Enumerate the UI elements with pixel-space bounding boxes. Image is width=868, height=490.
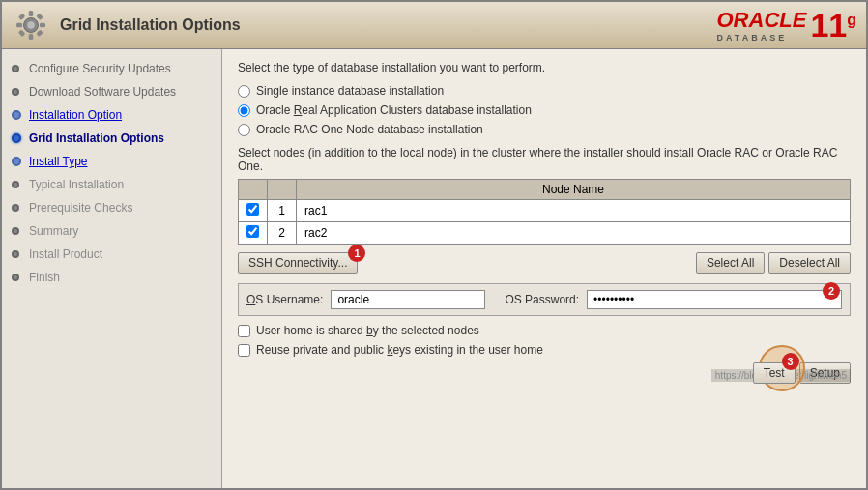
svg-rect-5 — [40, 23, 45, 28]
table-row: 2 rac2 — [239, 222, 851, 245]
sidebar-item-configure-security[interactable]: Configure Security Updates — [2, 57, 221, 80]
svg-rect-8 — [18, 30, 25, 37]
badge-1: 1 — [348, 245, 365, 262]
sidebar-item-summary[interactable]: Summary — [2, 219, 221, 243]
reuse-keys-label[interactable]: Reuse private and public keys existing i… — [256, 343, 543, 357]
node1-checkbox[interactable] — [246, 203, 259, 216]
sidebar: Configure Security Updates Download Soft… — [2, 49, 222, 488]
sidebar-bullet-install-option — [12, 110, 21, 120]
content-description: Select the type of database installation… — [238, 61, 851, 74]
sidebar-bullet-prereq — [12, 204, 19, 212]
sidebar-item-install-product[interactable]: Install Product — [2, 243, 221, 266]
node-table: Node Name 1 rac1 2 rac2 — [238, 179, 851, 245]
radio-rac-one: Oracle RAC One Node database installatio… — [238, 123, 851, 136]
table-header-check — [239, 180, 268, 200]
buttons-row: SSH Connectivity... 1 Select All Deselec… — [238, 252, 851, 274]
gear-icon — [12, 8, 50, 43]
radio-rac-one-label[interactable]: Oracle RAC One Node database installatio… — [256, 123, 483, 136]
table-header-nodename: Node Name — [297, 180, 851, 200]
deselect-all-button[interactable]: Deselect All — [768, 252, 851, 274]
shared-home-label[interactable]: User home is shared by the selected node… — [256, 324, 479, 337]
table-cell-num-1: 1 — [268, 200, 297, 222]
radio-rac-one-input[interactable] — [238, 124, 250, 136]
sidebar-bullet-summary — [12, 227, 19, 235]
table-cell-check-1[interactable] — [239, 200, 268, 222]
table-cell-num-2: 2 — [268, 222, 297, 245]
sidebar-bullet-grid — [12, 133, 21, 143]
content-area: Select the type of database installation… — [222, 49, 866, 488]
radio-rac: Oracle Real Application Clusters databas… — [238, 103, 851, 117]
sidebar-item-prerequisite-checks[interactable]: Prerequisite Checks — [2, 196, 221, 219]
reuse-keys-checkbox[interactable] — [238, 344, 250, 357]
sidebar-bullet-download — [12, 88, 19, 96]
oracle-logo-name: ORACLE — [717, 8, 807, 33]
radio-single-instance: Single instance database installation — [238, 84, 851, 98]
table-cell-check-2[interactable] — [239, 222, 268, 245]
credentials-row: OS Username: OS Password: 2 — [238, 283, 851, 316]
os-password-input[interactable] — [587, 290, 842, 309]
os-username-label: OS Username: — [246, 293, 323, 306]
oracle-text: ORACLE — [717, 8, 807, 33]
os-password-label: OS Password: — [505, 293, 579, 306]
sidebar-item-download-software[interactable]: Download Software Updates — [2, 80, 221, 103]
main-content: Configure Security Updates Download Soft… — [2, 49, 866, 488]
main-window: Grid Installation Options ORACLE DATABAS… — [0, 0, 868, 490]
sidebar-bullet-typical — [12, 181, 19, 188]
oracle-logo: ORACLE DATABASE 11g — [717, 8, 857, 43]
table-cell-name-1: rac1 — [297, 200, 851, 222]
badge-3: 3 — [782, 353, 799, 370]
bottom-section: 3 Test Setup https://blog.csdn.net/light… — [238, 362, 851, 384]
badge-2: 2 — [823, 282, 840, 300]
svg-rect-6 — [18, 14, 25, 20]
svg-rect-2 — [29, 11, 34, 16]
table-cell-name-2: rac2 — [297, 222, 851, 245]
svg-rect-7 — [36, 14, 43, 20]
table-header-num — [268, 180, 297, 200]
sidebar-item-grid-installation[interactable]: Grid Installation Options — [2, 127, 221, 150]
sidebar-bullet-install-type — [12, 157, 21, 166]
sidebar-item-install-type[interactable]: Install Type — [2, 150, 221, 173]
password-wrap: 2 — [587, 290, 842, 309]
shared-home-checkbox[interactable] — [238, 325, 250, 337]
title-bar-left: Grid Installation Options — [12, 8, 241, 43]
ssh-button-wrap: SSH Connectivity... 1 — [238, 252, 358, 274]
checkbox-row-shared-home: User home is shared by the selected node… — [238, 324, 851, 337]
radio-single-label[interactable]: Single instance database installation — [256, 84, 444, 98]
radio-rac-label[interactable]: Oracle Real Application Clusters databas… — [256, 103, 532, 117]
page-title: Grid Installation Options — [60, 16, 241, 34]
select-deselect-group: Select All Deselect All — [696, 252, 851, 274]
nodes-description: Select nodes (in addition to the local n… — [238, 146, 851, 173]
checkbox-row-reuse-keys: Reuse private and public keys existing i… — [238, 343, 851, 357]
table-row: 1 rac1 — [239, 200, 851, 222]
sidebar-item-finish[interactable]: Finish — [2, 266, 221, 289]
svg-rect-4 — [16, 23, 22, 28]
test-button-wrap: 3 Test — [753, 362, 796, 384]
sidebar-bullet-install-product — [12, 250, 19, 258]
oracle-version-badge: 11g — [810, 9, 856, 42]
radio-single-input[interactable] — [238, 85, 250, 98]
sidebar-bullet-configure — [12, 65, 19, 72]
select-all-button[interactable]: Select All — [696, 252, 765, 274]
svg-rect-3 — [29, 34, 34, 40]
ssh-connectivity-button[interactable]: SSH Connectivity... — [238, 252, 358, 274]
os-username-input[interactable] — [331, 290, 485, 309]
sidebar-bullet-finish — [12, 274, 19, 281]
node2-checkbox[interactable] — [246, 225, 259, 238]
sidebar-item-installation-option[interactable]: Installation Option — [2, 103, 221, 127]
svg-rect-9 — [36, 30, 43, 37]
sidebar-item-typical-installation[interactable]: Typical Installation — [2, 173, 221, 196]
radio-rac-input[interactable] — [238, 104, 250, 117]
title-bar: Grid Installation Options ORACLE DATABAS… — [2, 2, 866, 49]
oracle-db-sub: DATABASE — [717, 33, 807, 43]
svg-point-1 — [27, 21, 35, 29]
